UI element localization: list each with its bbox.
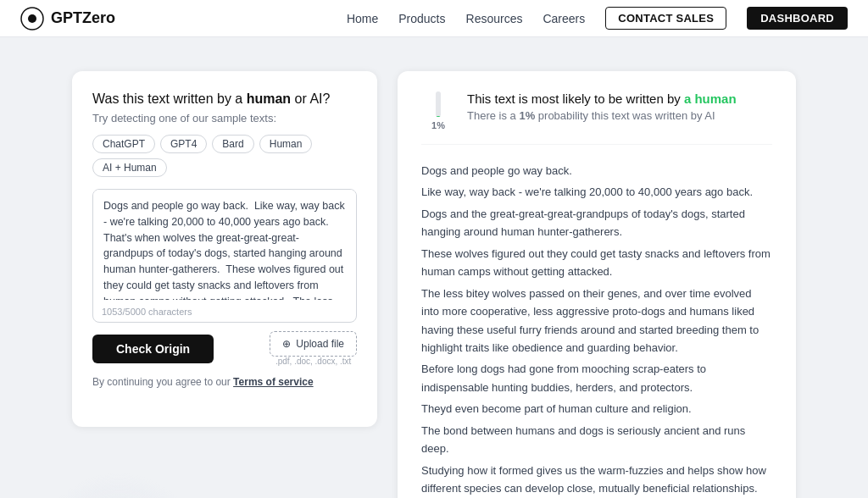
nav-resources[interactable]: Resources <box>466 12 523 25</box>
action-row: Check Origin ⊕ Upload file .pdf, .doc, .… <box>92 331 357 366</box>
tag-human[interactable]: Human <box>259 135 313 153</box>
result-subtext-prefix: There is a <box>467 109 519 122</box>
navbar: GPTZero Home Products Resources Careers … <box>0 0 868 37</box>
sentence-7: Theyd even become part of human culture … <box>421 400 772 418</box>
panel-title-bold: human <box>247 91 291 106</box>
result-headline-prefix: This text is most likely to be written b… <box>467 91 684 106</box>
gptzero-logo-icon <box>20 7 44 30</box>
tag-ai-human[interactable]: AI + Human <box>92 158 167 177</box>
char-count: 1053/5000 characters <box>93 303 356 322</box>
tos-text: By continuing you agree to our Terms of … <box>92 376 357 388</box>
tos-link[interactable]: Terms of service <box>233 376 314 388</box>
nav-careers[interactable]: Careers <box>542 12 585 25</box>
result-headline: This text is most likely to be written b… <box>467 91 737 106</box>
result-panel: 1% This text is most likely to be writte… <box>398 71 796 498</box>
logo-text: GPTZero <box>51 9 115 27</box>
probability-badge: 1% <box>421 91 455 130</box>
sentence-1: Dogs and people go way back. <box>421 162 772 180</box>
result-subtext: There is a 1% probability this text was … <box>467 109 737 122</box>
prob-bar <box>436 91 441 117</box>
sentence-3: Dogs and the great-great-great-grandpups… <box>421 205 772 241</box>
nav-home[interactable]: Home <box>347 12 378 25</box>
navbar-links: Home Products Resources Careers CONTACT … <box>347 7 848 30</box>
svg-point-1 <box>28 14 36 23</box>
navbar-logo-section: GPTZero <box>20 7 115 30</box>
panel-title-suffix: or AI? <box>291 91 330 106</box>
sentence-4: These wolves figured out they could get … <box>421 245 772 281</box>
result-body: Dogs and people go way back. Like way, w… <box>421 162 772 498</box>
dashboard-button[interactable]: DASHBOARD <box>747 7 848 30</box>
text-input[interactable]: Dogs and people go way back. Like way, w… <box>93 190 356 300</box>
text-input-wrapper: Dogs and people go way back. Like way, w… <box>92 189 357 323</box>
tag-bard[interactable]: Bard <box>212 135 253 153</box>
result-subtext-suffix: probability this text was written by AI <box>535 109 715 122</box>
panel-title: Was this text written by a human or AI? <box>92 91 357 107</box>
sample-tags-container: ChatGPT GPT4 Bard Human AI + Human <box>92 135 357 177</box>
main-content: Was this text written by a human or AI? … <box>0 37 868 498</box>
panel-title-prefix: Was this text written by a <box>92 91 247 106</box>
result-text-block: This text is most likely to be written b… <box>467 91 737 122</box>
human-label: a human <box>684 91 737 106</box>
contact-sales-button[interactable]: CONTACT SALES <box>605 7 726 30</box>
sentence-9: Studying how it formed gives us the warm… <box>421 462 772 498</box>
upload-file-button[interactable]: ⊕ Upload file <box>270 331 357 357</box>
prob-fill <box>436 116 441 117</box>
check-origin-button[interactable]: Check Origin <box>92 335 214 363</box>
upload-icon: ⊕ <box>282 338 291 350</box>
result-header: 1% This text is most likely to be writte… <box>421 91 772 145</box>
tag-gpt4[interactable]: GPT4 <box>160 135 207 153</box>
result-prob-inline: 1% <box>519 109 535 122</box>
bg-decor-left <box>34 472 203 498</box>
nav-products[interactable]: Products <box>398 12 445 25</box>
panel-subtitle: Try detecting one of our sample texts: <box>92 112 357 125</box>
sentence-2: Like way, way back - we're talking 20,00… <box>421 183 772 201</box>
tos-prefix: By continuing you agree to our <box>92 376 233 388</box>
sentence-8: The bond between humans and dogs is seri… <box>421 422 772 458</box>
sentence-5: The less bitey wolves passed on their ge… <box>421 285 772 357</box>
probability-number: 1% <box>431 120 445 130</box>
upload-formats: .pdf, .doc, .docx, .txt <box>275 357 352 366</box>
sentence-6: Before long dogs had gone from mooching … <box>421 360 772 396</box>
tag-chatgpt[interactable]: ChatGPT <box>92 135 155 153</box>
upload-label: Upload file <box>296 338 344 350</box>
input-panel: Was this text written by a human or AI? … <box>72 71 377 427</box>
